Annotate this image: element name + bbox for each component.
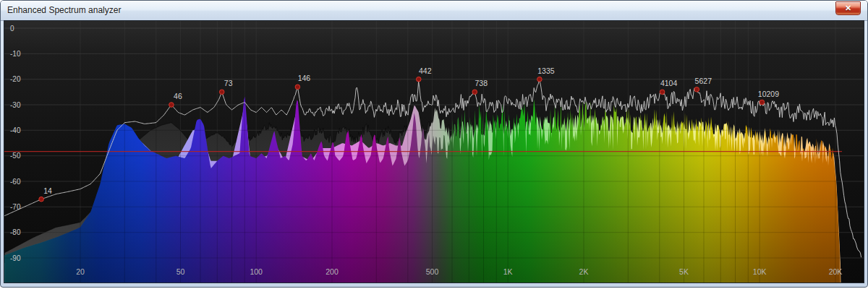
marker-label: 73 [224, 79, 233, 87]
app-window: Enhanced Spectrum analyzer ✕ 0-10-20-30-… [0, 0, 868, 288]
svg-text:0: 0 [10, 25, 14, 33]
window-title: Enhanced Spectrum analyzer [7, 5, 121, 15]
svg-text:500: 500 [426, 267, 439, 276]
svg-text:-90: -90 [10, 254, 21, 262]
svg-text:10K: 10K [753, 267, 767, 276]
svg-text:-30: -30 [10, 101, 21, 109]
svg-text:-40: -40 [10, 126, 21, 134]
marker-label: 738 [475, 79, 488, 87]
svg-text:100: 100 [250, 267, 263, 276]
marker-dot [660, 90, 665, 95]
marker-label: 442 [419, 66, 432, 75]
svg-text:20K: 20K [829, 267, 843, 276]
marker-dot [39, 197, 44, 202]
svg-text:-20: -20 [10, 75, 21, 83]
marker-label: 14 [43, 186, 52, 195]
marker-dot [169, 103, 174, 108]
marker-label: 46 [174, 92, 182, 100]
svg-text:-50: -50 [10, 152, 21, 160]
marker-label: 10209 [758, 90, 779, 98]
marker-label: 1335 [537, 66, 555, 75]
marker-label: 146 [298, 74, 311, 82]
marker-dot [472, 90, 477, 95]
spectrum-plot: 0-10-20-30-40-50-60-70-80-90205010020050… [4, 21, 864, 282]
titlebar: Enhanced Spectrum analyzer ✕ [1, 1, 867, 21]
close-button[interactable]: ✕ [835, 1, 861, 15]
marker-dot [760, 100, 765, 105]
svg-text:5K: 5K [679, 267, 689, 276]
marker-dot [537, 77, 542, 82]
marker-dot [295, 85, 300, 90]
marker-label: 4104 [660, 79, 678, 87]
svg-text:50: 50 [176, 267, 185, 276]
svg-text:2K: 2K [579, 267, 589, 276]
marker-label: 5627 [695, 77, 712, 85]
close-icon: ✕ [845, 4, 851, 12]
spectrum-plot-frame: 0-10-20-30-40-50-60-70-80-90205010020050… [4, 20, 864, 283]
marker-dot [694, 87, 699, 92]
svg-text:1K: 1K [503, 267, 513, 276]
svg-text:-10: -10 [10, 50, 21, 58]
marker-dot [219, 90, 224, 95]
svg-text:20: 20 [76, 267, 85, 276]
svg-text:200: 200 [326, 267, 339, 276]
marker-dot [417, 77, 422, 82]
svg-text:-80: -80 [10, 228, 21, 236]
svg-text:-60: -60 [10, 178, 21, 186]
svg-text:-70: -70 [10, 203, 21, 211]
